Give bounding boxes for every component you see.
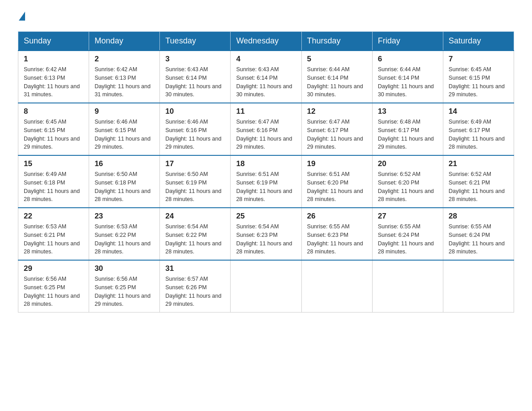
sunset-label: Sunset: 6:16 PM [236, 127, 277, 133]
day-number: 1 [24, 55, 83, 64]
calendar-week-row: 29 Sunrise: 6:56 AM Sunset: 6:25 PM Dayl… [18, 260, 514, 313]
daylight-label: Daylight: 11 hours and 28 minutes. [449, 188, 505, 203]
daylight-label: Daylight: 11 hours and 29 minutes. [236, 136, 292, 150]
sunrise-label: Sunrise: 6:42 AM [24, 66, 66, 73]
day-number: 7 [449, 55, 508, 64]
day-number: 28 [449, 212, 508, 221]
sunset-label: Sunset: 6:14 PM [236, 75, 277, 81]
calendar-cell: 31 Sunrise: 6:57 AM Sunset: 6:26 PM Dayl… [160, 260, 231, 313]
sunset-label: Sunset: 6:23 PM [307, 232, 348, 238]
sunset-label: Sunset: 6:14 PM [378, 75, 419, 81]
sunset-label: Sunset: 6:17 PM [307, 127, 348, 133]
day-number: 23 [94, 212, 154, 221]
day-info: Sunrise: 6:43 AM Sunset: 6:14 PM Dayligh… [236, 65, 296, 99]
day-info: Sunrise: 6:52 AM Sunset: 6:21 PM Dayligh… [449, 170, 508, 204]
daylight-label: Daylight: 11 hours and 29 minutes. [165, 293, 221, 308]
sunrise-label: Sunrise: 6:50 AM [94, 171, 137, 177]
day-number: 5 [307, 55, 367, 64]
calendar-cell: 29 Sunrise: 6:56 AM Sunset: 6:25 PM Dayl… [18, 260, 89, 313]
day-number: 19 [307, 159, 367, 168]
sunrise-label: Sunrise: 6:46 AM [94, 119, 137, 125]
sunrise-label: Sunrise: 6:50 AM [165, 171, 208, 177]
daylight-label: Daylight: 11 hours and 28 minutes. [24, 240, 80, 255]
daylight-label: Daylight: 11 hours and 28 minutes. [236, 188, 292, 203]
daylight-label: Daylight: 11 hours and 28 minutes. [307, 240, 363, 255]
daylight-label: Daylight: 11 hours and 31 minutes. [24, 83, 80, 98]
calendar-cell: 8 Sunrise: 6:45 AM Sunset: 6:15 PM Dayli… [18, 103, 89, 155]
sunset-label: Sunset: 6:15 PM [94, 127, 136, 133]
daylight-label: Daylight: 11 hours and 28 minutes. [24, 293, 80, 308]
daylight-label: Daylight: 11 hours and 28 minutes. [94, 240, 150, 255]
sunrise-label: Sunrise: 6:51 AM [307, 171, 350, 177]
day-number: 10 [165, 107, 225, 116]
day-info: Sunrise: 6:48 AM Sunset: 6:17 PM Dayligh… [378, 118, 438, 151]
sunset-label: Sunset: 6:22 PM [165, 232, 206, 238]
calendar-cell: 6 Sunrise: 6:44 AM Sunset: 6:14 PM Dayli… [372, 51, 443, 103]
daylight-label: Daylight: 11 hours and 28 minutes. [165, 240, 221, 255]
sunset-label: Sunset: 6:25 PM [24, 284, 65, 291]
sunset-label: Sunset: 6:15 PM [24, 127, 65, 133]
sunrise-label: Sunrise: 6:55 AM [449, 223, 491, 230]
calendar-cell: 30 Sunrise: 6:56 AM Sunset: 6:25 PM Dayl… [89, 260, 160, 313]
sunset-label: Sunset: 6:14 PM [307, 75, 348, 81]
sunset-label: Sunset: 6:13 PM [94, 75, 136, 81]
day-info: Sunrise: 6:55 AM Sunset: 6:24 PM Dayligh… [449, 223, 508, 256]
daylight-label: Daylight: 11 hours and 30 minutes. [378, 83, 434, 98]
sunset-label: Sunset: 6:21 PM [449, 180, 490, 186]
day-number: 16 [94, 159, 154, 168]
day-info: Sunrise: 6:42 AM Sunset: 6:13 PM Dayligh… [24, 65, 83, 99]
calendar-table: SundayMondayTuesdayWednesdayThursdayFrid… [18, 31, 514, 313]
calendar-cell: 1 Sunrise: 6:42 AM Sunset: 6:13 PM Dayli… [18, 51, 89, 103]
daylight-label: Daylight: 11 hours and 28 minutes. [378, 240, 434, 255]
sunrise-label: Sunrise: 6:54 AM [236, 223, 279, 230]
day-info: Sunrise: 6:51 AM Sunset: 6:20 PM Dayligh… [307, 170, 367, 204]
day-info: Sunrise: 6:49 AM Sunset: 6:18 PM Dayligh… [24, 170, 83, 204]
day-number: 14 [449, 107, 508, 116]
sunset-label: Sunset: 6:22 PM [94, 232, 136, 238]
weekday-header-tuesday: Tuesday [160, 32, 231, 51]
day-info: Sunrise: 6:55 AM Sunset: 6:24 PM Dayligh… [378, 223, 438, 256]
day-info: Sunrise: 6:44 AM Sunset: 6:14 PM Dayligh… [378, 65, 438, 99]
calendar-cell [301, 260, 372, 313]
calendar-cell: 21 Sunrise: 6:52 AM Sunset: 6:21 PM Dayl… [443, 155, 514, 208]
day-number: 27 [378, 212, 438, 221]
calendar-cell: 26 Sunrise: 6:55 AM Sunset: 6:23 PM Dayl… [301, 208, 372, 260]
sunrise-label: Sunrise: 6:55 AM [378, 223, 420, 230]
sunrise-label: Sunrise: 6:44 AM [378, 66, 420, 73]
daylight-label: Daylight: 11 hours and 29 minutes. [378, 136, 434, 150]
daylight-label: Daylight: 11 hours and 28 minutes. [94, 188, 150, 203]
day-info: Sunrise: 6:47 AM Sunset: 6:16 PM Dayligh… [236, 118, 296, 151]
sunrise-label: Sunrise: 6:44 AM [307, 66, 350, 73]
calendar-cell: 24 Sunrise: 6:54 AM Sunset: 6:22 PM Dayl… [160, 208, 231, 260]
sunrise-label: Sunrise: 6:49 AM [449, 119, 491, 125]
sunset-label: Sunset: 6:19 PM [236, 180, 277, 186]
calendar-cell: 14 Sunrise: 6:49 AM Sunset: 6:17 PM Dayl… [443, 103, 514, 155]
calendar-cell: 7 Sunrise: 6:45 AM Sunset: 6:15 PM Dayli… [443, 51, 514, 103]
logo [18, 13, 25, 22]
sunrise-label: Sunrise: 6:47 AM [307, 119, 350, 125]
sunrise-label: Sunrise: 6:52 AM [378, 171, 420, 177]
calendar-cell: 19 Sunrise: 6:51 AM Sunset: 6:20 PM Dayl… [301, 155, 372, 208]
calendar-cell [443, 260, 514, 313]
sunrise-label: Sunrise: 6:42 AM [94, 66, 137, 73]
calendar-cell: 10 Sunrise: 6:46 AM Sunset: 6:16 PM Dayl… [160, 103, 231, 155]
sunset-label: Sunset: 6:15 PM [449, 75, 490, 81]
daylight-label: Daylight: 11 hours and 29 minutes. [449, 83, 505, 98]
sunrise-label: Sunrise: 6:46 AM [165, 119, 208, 125]
day-number: 22 [24, 212, 83, 221]
calendar-cell: 22 Sunrise: 6:53 AM Sunset: 6:21 PM Dayl… [18, 208, 89, 260]
sunset-label: Sunset: 6:25 PM [94, 284, 136, 291]
sunrise-label: Sunrise: 6:53 AM [94, 223, 137, 230]
sunrise-label: Sunrise: 6:51 AM [236, 171, 279, 177]
calendar-week-row: 8 Sunrise: 6:45 AM Sunset: 6:15 PM Dayli… [18, 103, 514, 155]
calendar-cell: 11 Sunrise: 6:47 AM Sunset: 6:16 PM Dayl… [231, 103, 301, 155]
daylight-label: Daylight: 11 hours and 30 minutes. [236, 83, 292, 98]
sunrise-label: Sunrise: 6:48 AM [378, 119, 420, 125]
day-info: Sunrise: 6:57 AM Sunset: 6:26 PM Dayligh… [165, 275, 225, 308]
day-number: 8 [24, 107, 83, 116]
weekday-header-saturday: Saturday [443, 32, 514, 51]
daylight-label: Daylight: 11 hours and 28 minutes. [236, 240, 292, 255]
sunrise-label: Sunrise: 6:45 AM [449, 66, 491, 73]
daylight-label: Daylight: 11 hours and 28 minutes. [307, 188, 363, 203]
day-number: 31 [165, 264, 225, 273]
